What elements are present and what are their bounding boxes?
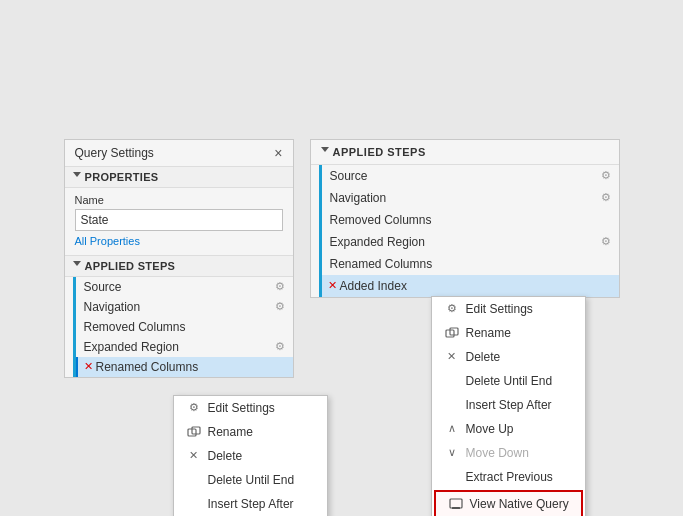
step-name-expanded-region: Expanded Region [84, 340, 275, 354]
applied-steps-panel-header: APPLIED STEPS [311, 140, 619, 165]
right-menu-label-extract-previous: Extract Previous [466, 470, 553, 484]
collapse-triangle-right[interactable] [321, 147, 329, 156]
step-item-removed-columns[interactable]: Removed Columns [76, 317, 293, 337]
right-step-name-expanded-region: Expanded Region [330, 235, 601, 249]
step-item-navigation[interactable]: Navigation ⚙ [76, 297, 293, 317]
right-delete-icon: ✕ [444, 350, 460, 364]
step-name-navigation: Navigation [84, 300, 275, 314]
right-menu-label-delete: Delete [466, 350, 501, 364]
step-name-source: Source [84, 280, 275, 294]
properties-section: Name All Properties [65, 188, 293, 255]
menu-label-edit-settings: Edit Settings [208, 401, 275, 415]
right-step-source[interactable]: Source ⚙ [322, 165, 619, 187]
right-menu-item-insert-step-after[interactable]: Insert Step After [432, 393, 585, 417]
menu-label-delete-until-end: Delete Until End [208, 473, 295, 487]
right-move-down-icon: ∨ [444, 446, 460, 460]
panel-title: Query Settings [75, 146, 154, 160]
right-menu-item-delete[interactable]: ✕ Delete [432, 345, 585, 369]
right-step-renamed-columns[interactable]: Renamed Columns [322, 253, 619, 275]
applied-steps-label: APPLIED STEPS [85, 260, 176, 272]
right-extract-previous-icon [444, 470, 460, 484]
right-step-name-source: Source [330, 169, 601, 183]
right-menu-label-edit-settings: Edit Settings [466, 302, 533, 316]
right-menu-item-extract-previous[interactable]: Extract Previous [432, 465, 585, 489]
right-context-menu: ⚙ Edit Settings Rename ✕ Delete Delete U… [431, 296, 586, 517]
panel-header: Query Settings × [65, 140, 293, 166]
menu-item-insert-step-after[interactable]: Insert Step After [174, 492, 327, 516]
delete-icon: ✕ [186, 449, 202, 463]
applied-steps-panel-title: APPLIED STEPS [333, 146, 426, 158]
right-step-removed-columns[interactable]: Removed Columns [322, 209, 619, 231]
right-step-expanded-region[interactable]: Expanded Region ⚙ [322, 231, 619, 253]
right-menu-label-move-down: Move Down [466, 446, 529, 460]
right-menu-label-delete-until-end: Delete Until End [466, 374, 553, 388]
step-name-removed-columns: Removed Columns [84, 320, 285, 334]
step-gear-expanded-region[interactable]: ⚙ [275, 340, 285, 353]
right-step-name-navigation: Navigation [330, 191, 601, 205]
right-step-name-removed-columns: Removed Columns [330, 213, 611, 227]
menu-label-insert-step-after: Insert Step After [208, 497, 294, 511]
step-item-expanded-region[interactable]: Expanded Region ⚙ [76, 337, 293, 357]
name-label: Name [75, 194, 283, 206]
right-menu-item-view-native-query-highlighted: View Native Query [434, 490, 583, 517]
menu-item-delete-until-end[interactable]: Delete Until End [174, 468, 327, 492]
step-item-source[interactable]: Source ⚙ [76, 277, 293, 297]
right-step-navigation[interactable]: Navigation ⚙ [322, 187, 619, 209]
edit-settings-icon: ⚙ [186, 401, 202, 415]
applied-steps-section-header: APPLIED STEPS [65, 255, 293, 277]
right-step-name-renamed-columns: Renamed Columns [330, 257, 611, 271]
right-menu-item-view-native-query[interactable]: View Native Query [436, 492, 581, 516]
close-button[interactable]: × [274, 146, 282, 160]
menu-item-rename[interactable]: Rename [174, 420, 327, 444]
step-x-renamed-columns: ✕ [84, 360, 93, 373]
main-container: Query Settings × PROPERTIES Name All Pro… [44, 119, 640, 398]
rename-icon [186, 425, 202, 439]
collapse-triangle-properties[interactable] [73, 172, 81, 181]
svg-rect-9 [450, 499, 462, 508]
right-step-added-index[interactable]: ✕ Added Index [322, 275, 619, 297]
applied-steps-list: Source ⚙ Navigation ⚙ Removed Columns Ex… [73, 277, 293, 377]
properties-section-label: PROPERTIES [85, 171, 159, 183]
right-menu-label-move-up: Move Up [466, 422, 514, 436]
query-settings-panel: Query Settings × PROPERTIES Name All Pro… [64, 139, 294, 378]
right-edit-settings-icon: ⚙ [444, 302, 460, 316]
right-step-x-added-index: ✕ [328, 279, 337, 292]
insert-step-icon [186, 497, 202, 511]
right-step-gear-expanded-region[interactable]: ⚙ [601, 235, 611, 248]
right-menu-item-rename[interactable]: Rename [432, 321, 585, 345]
menu-item-delete[interactable]: ✕ Delete [174, 444, 327, 468]
name-input[interactable] [75, 209, 283, 231]
right-step-name-added-index: Added Index [340, 279, 611, 293]
delete-until-end-icon [186, 473, 202, 487]
right-menu-item-edit-settings[interactable]: ⚙ Edit Settings [432, 297, 585, 321]
step-item-renamed-columns[interactable]: ✕ Renamed Columns [76, 357, 293, 377]
right-step-gear-source[interactable]: ⚙ [601, 169, 611, 182]
menu-label-rename: Rename [208, 425, 253, 439]
properties-section-header: PROPERTIES [65, 166, 293, 188]
collapse-triangle-steps[interactable] [73, 261, 81, 270]
left-context-menu: ⚙ Edit Settings Rename ✕ Delete Delete U… [173, 395, 328, 517]
step-name-renamed-columns: Renamed Columns [96, 360, 285, 374]
right-step-gear-navigation[interactable]: ⚙ [601, 191, 611, 204]
right-insert-step-icon [444, 398, 460, 412]
right-steps-list: Source ⚙ Navigation ⚙ Removed Columns Ex… [319, 165, 619, 297]
svg-rect-11 [454, 508, 458, 509]
menu-label-delete: Delete [208, 449, 243, 463]
menu-item-edit-settings[interactable]: ⚙ Edit Settings [174, 396, 327, 420]
right-menu-item-move-up[interactable]: ∧ Move Up [432, 417, 585, 441]
applied-steps-panel: APPLIED STEPS Source ⚙ Navigation ⚙ Remo… [310, 139, 620, 298]
right-menu-label-view-native-query: View Native Query [470, 497, 569, 511]
right-view-native-query-icon [448, 497, 464, 511]
all-properties-link[interactable]: All Properties [75, 235, 283, 247]
right-menu-label-insert-step-after: Insert Step After [466, 398, 552, 412]
right-menu-label-rename: Rename [466, 326, 511, 340]
step-gear-source[interactable]: ⚙ [275, 280, 285, 293]
step-gear-navigation[interactable]: ⚙ [275, 300, 285, 313]
right-menu-item-move-down[interactable]: ∨ Move Down [432, 441, 585, 465]
right-rename-icon [444, 326, 460, 340]
right-menu-item-delete-until-end[interactable]: Delete Until End [432, 369, 585, 393]
right-delete-until-end-icon [444, 374, 460, 388]
right-move-up-icon: ∧ [444, 422, 460, 436]
